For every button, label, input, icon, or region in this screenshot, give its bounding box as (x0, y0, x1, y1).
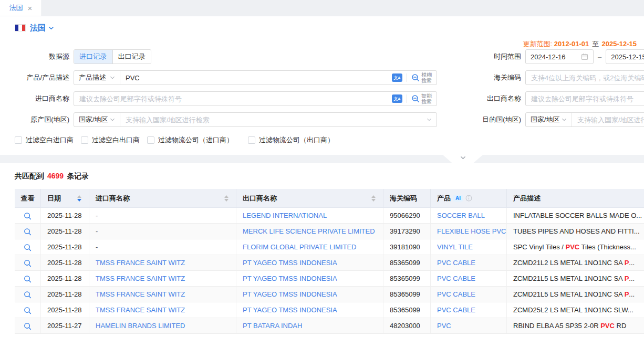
hs-code: 48203000 (390, 322, 420, 330)
checkbox-icon (15, 136, 22, 144)
product-search-input[interactable] (120, 71, 392, 84)
product-link[interactable]: VINYL TILE (437, 243, 473, 251)
importer-name-input[interactable] (74, 92, 392, 105)
divider (407, 94, 407, 103)
tab-france[interactable]: 法国 × (0, 0, 42, 16)
view-cell (15, 224, 41, 239)
col-importer: 进口商名称 (89, 189, 236, 208)
checkbox-filter-blank-importer[interactable]: 过滤空白进口商 (15, 135, 74, 145)
exporter-name-input[interactable] (525, 91, 644, 106)
exporter-link[interactable]: PT YAGEO TMSS INDONESIA (243, 259, 337, 267)
view-record-button[interactable] (24, 228, 32, 236)
importer-link[interactable]: TMSS FRANCE SAINT WITZ (96, 275, 185, 282)
magnifier-icon (24, 259, 32, 267)
record-date: 2025-11-28 (47, 212, 82, 219)
magnifier-icon (24, 291, 32, 299)
view-record-button[interactable] (24, 275, 32, 283)
view-record-button[interactable] (24, 291, 32, 299)
destination-type-select[interactable]: 国家/地区 (526, 113, 572, 127)
close-icon[interactable]: × (28, 4, 33, 12)
record-date: 2025-11-28 (47, 243, 82, 251)
hs-code-input[interactable] (525, 70, 644, 85)
translate-icon[interactable]: 文A (392, 94, 402, 103)
product-link[interactable]: FLEXIBLE HOSE PVC (437, 227, 506, 235)
destination-country-input[interactable] (572, 113, 644, 126)
product-description: SPC Vinyl Tiles / PVC Tiles (Thickness..… (507, 239, 644, 255)
hs-code: 95066290 (390, 212, 420, 219)
checkbox-icon (248, 136, 255, 144)
product-link[interactable]: PVC (437, 322, 451, 330)
tab-export-records[interactable]: 出口记录 (112, 50, 151, 64)
col-view: 查看 (15, 189, 41, 208)
view-cell (15, 318, 41, 334)
fuzzy-search-button[interactable]: 模糊搜索 (411, 72, 437, 83)
product-description: ZCMD21L5 LS METAL 1NO1NC SA P... (507, 271, 644, 287)
date-from-input[interactable]: 2024-12-16 (525, 49, 594, 64)
sort-button-importer[interactable] (223, 194, 230, 203)
origin-country-input[interactable] (120, 113, 427, 126)
magnifier-icon (24, 275, 32, 283)
checkbox-filter-blank-exporter[interactable]: 过滤空白出口商 (81, 135, 140, 145)
results-count: 4699 (47, 172, 64, 180)
info-icon[interactable] (465, 195, 472, 202)
product-link[interactable]: PVC CABLE (437, 259, 475, 267)
results-summary: 共匹配到4699条记录 (15, 172, 644, 181)
product-link[interactable]: SOCCER BALL (437, 212, 485, 219)
magnifier-icon (24, 322, 32, 330)
product-description: ZCMD21L2 LS METAL 1NO1NC SA P... (507, 255, 644, 271)
product-field-select[interactable]: 产品描述 (74, 71, 120, 85)
exporter-link[interactable]: FLORIM GLOBAL PRIVATE LIMITED (243, 243, 356, 251)
col-description: 产品描述 (507, 189, 644, 208)
france-flag-icon (15, 24, 26, 31)
view-record-button[interactable] (24, 244, 32, 251)
sort-button-date[interactable] (76, 194, 82, 203)
product-link[interactable]: PVC CABLE (437, 306, 475, 314)
record-date: 2025-11-28 (47, 306, 82, 314)
product-link[interactable]: PVC CABLE (437, 275, 475, 282)
view-record-button[interactable] (24, 212, 32, 220)
tab-import-records[interactable]: 进口记录 (74, 50, 112, 64)
product-combo: 产品描述 文A 模糊搜索 (74, 70, 437, 85)
translate-icon[interactable]: 文A (392, 73, 402, 82)
importer-combo: 文A 智能搜索 (74, 91, 437, 106)
chevron-down-icon (110, 75, 115, 80)
country-selector[interactable]: 法国 (30, 23, 46, 33)
sort-button-exporter[interactable] (370, 194, 377, 203)
collapse-handle[interactable] (443, 155, 483, 163)
view-record-button[interactable] (24, 307, 32, 314)
exporter-link[interactable]: PT BATARA INDAH (243, 322, 302, 330)
magnifier-icon (24, 307, 32, 314)
importer-link[interactable]: TMSS FRANCE SAINT WITZ (96, 306, 185, 314)
exporter-link[interactable]: PT YAGEO TMSS INDONESIA (243, 306, 337, 314)
update-range: 更新范围: 2012-01-01 至 2025-12-15 (523, 39, 637, 49)
checkbox-filter-logistics-exporter[interactable]: 过滤物流公司（出口商） (248, 135, 334, 145)
chevron-down-icon[interactable] (48, 25, 54, 31)
filter-checkboxes: 过滤空白进口商 过滤空白出口商 过滤物流公司（进口商） 过滤物流公司（出口商） (0, 135, 644, 145)
origin-type-select[interactable]: 国家/地区 (74, 113, 120, 127)
calendar-icon (581, 53, 588, 60)
importer-label: 进口商名称 (0, 94, 74, 103)
exporter-link[interactable]: MERCK LIFE SCIENCE PRIVATE LIMITED (243, 227, 375, 235)
data-source-label: 数据源 (0, 52, 74, 61)
search-icon (411, 94, 420, 103)
view-record-button[interactable] (24, 322, 32, 330)
exporter-link[interactable]: LEGEND INTERNATIONAL (243, 212, 327, 219)
checkbox-filter-logistics-importer[interactable]: 过滤物流公司（进口商） (147, 135, 233, 145)
product-link[interactable]: PVC CABLE (437, 290, 475, 298)
importer-link[interactable]: HAMELIN BRANDS LIMITED (96, 322, 185, 330)
table-row: 2025-11-27 HAMELIN BRANDS LIMITED PT BAT… (15, 318, 644, 334)
importer-link: - (96, 243, 98, 251)
exporter-link[interactable]: PT YAGEO TMSS INDONESIA (243, 275, 337, 282)
view-record-button[interactable] (24, 259, 32, 267)
record-date: 2025-11-27 (47, 322, 82, 330)
tab-bar: 法国 × (0, 0, 644, 16)
chevron-down-icon (110, 117, 115, 122)
importer-link[interactable]: TMSS FRANCE SAINT WITZ (96, 290, 185, 298)
chevron-down-icon (460, 155, 466, 161)
date-to-input[interactable]: 2025-12-15 (606, 49, 644, 64)
importer-link[interactable]: TMSS FRANCE SAINT WITZ (96, 259, 185, 267)
table-row: 2025-11-28 TMSS FRANCE SAINT WITZ PT YAG… (15, 271, 644, 287)
smart-search-button[interactable]: 智能搜索 (411, 93, 437, 104)
importer-link: - (96, 227, 98, 235)
exporter-link[interactable]: PT YAGEO TMSS INDONESIA (243, 290, 337, 298)
